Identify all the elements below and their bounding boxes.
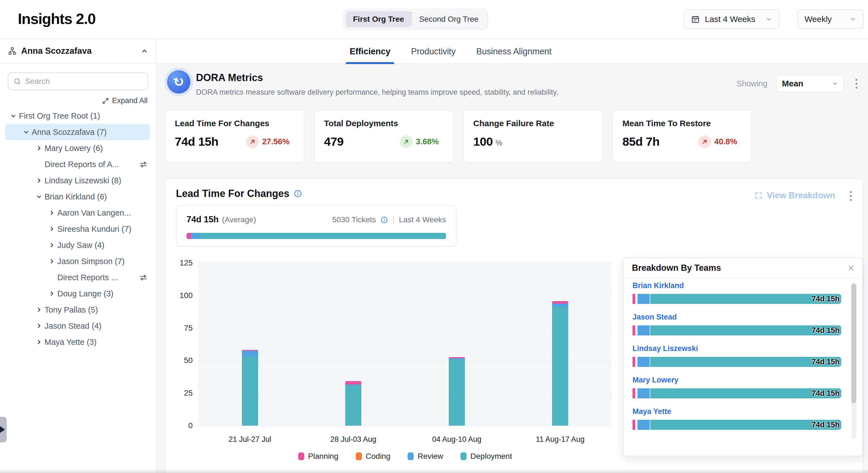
tab-productivity[interactable]: Productivity [410, 39, 457, 64]
search-icon [13, 78, 21, 85]
metric-title: Lead Time For Changes [175, 119, 294, 128]
tree-item-direct-reports[interactable]: Direct Reports ... [5, 269, 150, 286]
section-menu-kebab-icon[interactable] [847, 189, 855, 203]
expand-all-button[interactable]: Expand All [8, 96, 148, 105]
team-lead-time-bar: 74d 15h [632, 420, 841, 430]
bar-segment-review [638, 294, 650, 304]
tree-item-label: Maya Yette (3) [44, 337, 97, 347]
chevron-right-icon [46, 242, 57, 248]
chevron-right-icon [46, 210, 57, 216]
info-icon[interactable] [380, 216, 388, 224]
team-name-link[interactable]: Jason Stead [632, 313, 841, 322]
close-icon[interactable]: × [848, 263, 854, 273]
tree-item-judy-saw-4[interactable]: Judy Saw (4) [5, 237, 150, 253]
bar-segment-deployment: 74d 15h [650, 420, 841, 430]
metric-value: 100 [473, 135, 493, 148]
tree-item-label: Jason Simpson (7) [57, 257, 125, 266]
metric-card-total-deployments: Total Deployments4793.68% [314, 110, 454, 163]
breakdown-panel: Breakdown By Teams × Brian Kirkland74d 1… [623, 257, 863, 456]
divider: | [393, 215, 395, 224]
team-name-link[interactable]: Maya Yette [632, 407, 841, 416]
team-name-link[interactable]: Brian Kirkland [632, 282, 841, 290]
showing-value: Mean [782, 79, 803, 88]
breakdown-title: Breakdown By Teams [632, 263, 721, 273]
info-icon[interactable] [294, 189, 302, 198]
org-sidebar: Anna Scozzafava Expand All First Org Tre… [0, 39, 156, 473]
tree-item-anna-scozzafava-7[interactable]: Anna Scozzafava (7) [5, 124, 150, 140]
tree-item-sireesha-kunduri-7[interactable]: Sireesha Kunduri (7) [5, 221, 150, 237]
tree-item-lindsay-liszewski-8[interactable]: Lindsay Liszewski (8) [5, 172, 150, 188]
tree-item-label: Brian Kirkland (6) [44, 192, 107, 201]
chevron-right-icon [46, 258, 57, 264]
average-qualifier: (Average) [222, 215, 256, 224]
tree-item-aaron-van-langen[interactable]: Aaron Van Langen... [5, 205, 150, 221]
filter-settings-icon[interactable] [139, 160, 148, 169]
legend-swatch [298, 452, 304, 460]
chevron-up-icon[interactable] [141, 47, 148, 55]
chevron-down-icon [849, 16, 856, 23]
dora-menu-kebab-icon[interactable] [853, 77, 860, 90]
chevron-right-icon [33, 145, 44, 151]
triangle-right-icon [0, 426, 5, 433]
tree-item-label: Judy Saw (4) [57, 241, 104, 250]
view-breakdown-button[interactable]: View Breakdown [754, 190, 835, 201]
tree-item-direct-reports-of-a[interactable]: Direct Reports of A... [5, 156, 150, 172]
tree-item-jason-simpson-7[interactable]: Jason Simpson (7) [5, 253, 150, 269]
y-axis-tick: 125 [170, 259, 193, 267]
tree-item-doug-lange-3[interactable]: Doug Lange (3) [5, 286, 150, 302]
tree-item-first-org-tree-root-1[interactable]: First Org Tree Root (1) [5, 108, 150, 124]
bar-segment-review [638, 325, 650, 335]
bar-segment-review [242, 351, 258, 357]
team-list: Brian Kirkland74d 15hJason Stead74d 15hL… [632, 282, 841, 439]
legend-label: Planning [308, 452, 339, 461]
showing-select[interactable]: Mean [776, 75, 844, 92]
tab-business-alignment[interactable]: Business Alignment [475, 39, 553, 64]
tree-item-label: Mary Lowery (6) [44, 144, 103, 153]
bar-segment-deployment: 74d 15h [650, 388, 841, 398]
bar-segment-deployment [345, 385, 361, 426]
org-tree-icon [8, 47, 17, 55]
y-axis-tick: 75 [170, 324, 193, 333]
trend-badge: 3.68% [400, 136, 439, 148]
summary-segment-review [191, 233, 200, 239]
team-name-link[interactable]: Mary Lowery [632, 376, 841, 384]
team-lead-time-bar: 74d 15h [632, 357, 841, 367]
bar-segment-deployment: 74d 15h [650, 325, 841, 335]
team-lead-time-bar: 74d 15h [632, 388, 841, 398]
sidebar-collapse-handle[interactable] [0, 417, 7, 442]
scrollbar-thumb[interactable] [851, 284, 856, 403]
toggle-first-org-tree[interactable]: First Org Tree [346, 11, 411, 27]
average-summary-card: 74d 15h (Average) 5030 Tickets | Last 4 … [176, 205, 457, 247]
stacked-bar-11-aug-17-aug [552, 301, 568, 426]
team-value: 74d 15h [811, 295, 840, 303]
legend-swatch [356, 452, 362, 460]
granularity-select[interactable]: Weekly [797, 9, 864, 29]
chevron-down-icon [33, 194, 44, 200]
top-bar: Insights 2.0 First Org Tree Second Org T… [0, 0, 868, 39]
dora-title: DORA Metrics [196, 72, 263, 84]
metric-title: Mean Time To Restore [622, 119, 742, 128]
tree-item-maya-yette-3[interactable]: Maya Yette (3) [5, 334, 150, 350]
tree-item-mary-lowery-6[interactable]: Mary Lowery (6) [5, 140, 150, 156]
tree-item-brian-kirkland-6[interactable]: Brian Kirkland (6) [5, 188, 150, 205]
team-lead-time-bar: 74d 15h [632, 294, 841, 304]
org-tree: First Org Tree Root (1)Anna Scozzafava (… [0, 108, 156, 350]
tree-item-jason-stead-4[interactable]: Jason Stead (4) [5, 318, 150, 334]
trend-percent: 3.68% [416, 137, 439, 146]
dora-metrics-icon: ↻ [167, 70, 190, 94]
date-range-select[interactable]: Last 4 Weeks [684, 9, 779, 29]
trend-badge: 27.56% [246, 136, 289, 148]
tree-item-label: Jason Stead (4) [44, 322, 102, 331]
tab-efficiency[interactable]: Efficiency [348, 39, 392, 64]
bar-segment-deployment: 74d 15h [650, 357, 841, 367]
search-input[interactable] [25, 77, 143, 86]
stacked-bar-28-jul-03-aug [345, 381, 361, 426]
filter-settings-icon[interactable] [139, 273, 148, 282]
tree-item-tony-pallas-5[interactable]: Tony Pallas (5) [5, 302, 150, 318]
bar-segment-planning [632, 325, 635, 335]
team-name-link[interactable]: Lindsay Liszewski [632, 344, 841, 353]
expand-corners-icon [754, 191, 763, 200]
sidebar-header[interactable]: Anna Scozzafava [0, 39, 156, 63]
toggle-second-org-tree[interactable]: Second Org Tree [412, 11, 486, 27]
tree-item-label: Sireesha Kunduri (7) [57, 225, 131, 234]
